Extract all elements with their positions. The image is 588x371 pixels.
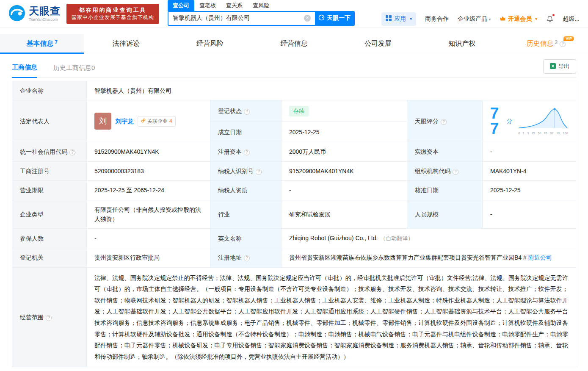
- field-value: MAK401YN-4: [490, 168, 527, 174]
- logo-subtitle: TianYanCha.com: [29, 18, 61, 22]
- field-label: 登记机关: [20, 254, 44, 261]
- export-button[interactable]: 导出: [543, 59, 576, 74]
- nearby-companies-link[interactable]: 附近公司: [528, 254, 552, 261]
- field-label: 英文名称: [218, 235, 242, 242]
- apps-grid-icon: [386, 15, 392, 22]
- search-button[interactable]: 天眼一下: [315, 12, 354, 25]
- super-vip-menu[interactable]: 超级...: [563, 15, 580, 23]
- tab-operating-risk[interactable]: 经营风险: [168, 34, 252, 54]
- field-value: -: [490, 148, 492, 155]
- legal-rep-name-link[interactable]: 刘宇龙: [116, 116, 133, 126]
- help-icon[interactable]: ?: [244, 255, 250, 261]
- notification-bell-icon[interactable]: [546, 15, 554, 23]
- field-label: 经营范围: [20, 314, 44, 321]
- sub-tab-row: 工商信息 历史工商信息0 导出: [12, 54, 576, 78]
- tianyan-score[interactable]: 77分 0131550859799100: [490, 105, 568, 137]
- table-row: 统一社会信用代码? 91520900MAK401YN4K 注册资本? 2000万…: [12, 142, 576, 161]
- field-label: 企业名称: [20, 87, 44, 94]
- field-label: 组织机构代码: [415, 168, 450, 174]
- score-axis: 0131550859799100: [518, 131, 568, 136]
- related-companies-badge[interactable]: 关联企业 4: [138, 116, 176, 127]
- field-value: -: [490, 211, 492, 218]
- table-row: 登记机关 贵州贵安新区行政审批局 注册地址? 贵州省贵安新区湖潮苗族布依族乡东数…: [12, 248, 576, 267]
- tab-intellectual-property[interactable]: 知识产权: [420, 34, 504, 54]
- table-row: 企业类型 有限责任公司（非自然人投资或控股的法人独资） 行业 研究和试验发展 人…: [12, 200, 576, 229]
- promo-line2: 国家中小企业发展子基金旗下机构: [72, 14, 154, 21]
- search-input[interactable]: [168, 15, 304, 22]
- tab-count: 7: [55, 39, 58, 45]
- help-icon[interactable]: ?: [69, 150, 75, 155]
- search-tab-relation[interactable]: 查关系: [221, 0, 248, 11]
- business-cooperation-link[interactable]: 商务合作: [425, 15, 449, 23]
- field-label: 注册地址: [218, 254, 242, 261]
- open-vip-menu[interactable]: 开通会员 ▾: [500, 15, 537, 23]
- field-value: 贵州贵安新区行政审批局: [94, 254, 160, 261]
- table-row: 工商注册号 520900000323183 纳税人识别号? 91520900MA…: [12, 161, 576, 180]
- help-icon[interactable]: ?: [441, 119, 447, 125]
- field-value: 有限责任公司（非自然人投资或控股的法人独资）: [94, 206, 201, 222]
- tab-legal-proceedings[interactable]: 法律诉讼: [84, 34, 168, 54]
- chevron-down-icon: ▾: [410, 17, 412, 21]
- tab-company-development[interactable]: 公司发展: [336, 34, 420, 54]
- field-label: 行业: [218, 211, 230, 218]
- field-label: 参保人数: [20, 235, 44, 242]
- search-box: × 天眼一下: [168, 11, 355, 26]
- tianyancha-logo-icon: [8, 5, 25, 23]
- help-icon[interactable]: ?: [244, 150, 250, 155]
- status-badge: 存续: [289, 106, 309, 116]
- search-area: 查公司 查老板 查关系 查风险 × 天眼一下: [168, 0, 355, 28]
- field-label: 法定代表人: [20, 118, 50, 125]
- tab-operating-info[interactable]: 经营信息: [252, 34, 336, 54]
- header-right-menu: 应用 ▾ 商务合作 企业级产品▾ 开通会员 ▾: [381, 2, 580, 26]
- company-nav-tabs: 基本信息 7 法律诉讼 经营风险 经营信息 公司发展 知识产权 历史信息 3 ?…: [0, 34, 588, 54]
- help-icon[interactable]: ?: [46, 315, 52, 321]
- field-label: 天眼评分: [415, 118, 439, 125]
- field-label: 纳税人识别号: [218, 168, 254, 174]
- top-bar: 天眼查 TianYanCha.com 都在用的商业查询工具 国家中小企业发展子基…: [0, 0, 588, 28]
- clear-search-icon[interactable]: ×: [304, 15, 311, 22]
- help-icon[interactable]: ?: [244, 109, 250, 115]
- table-row: 营业期限 2025-12-25 至 2065-12-24 纳税人资质 - 核准日…: [12, 181, 576, 200]
- tab-basic-info[interactable]: 基本信息 7: [0, 34, 84, 54]
- table-row: 企业名称 智擎机器人（贵州）有限公司: [12, 81, 576, 100]
- score-unit: 分: [507, 117, 512, 126]
- search-tab-risk[interactable]: 查风险: [248, 0, 274, 11]
- company-name-value: 智擎机器人（贵州）有限公司: [94, 87, 171, 94]
- tianyancha-logo[interactable]: 天眼查 TianYanCha.com: [8, 5, 61, 23]
- auto-translate-note: （自动翻译）: [380, 235, 413, 241]
- enterprise-products-menu[interactable]: 企业级产品▾: [458, 15, 491, 23]
- table-row: 法定代表人 刘 刘宇龙 关联企业: [12, 100, 576, 122]
- excel-icon: [550, 63, 556, 70]
- table-row: 经营范围? 法律、法规、国务院决定规定禁止的不得经营；法律、法规、国务院决定规定…: [12, 267, 576, 367]
- score-distribution-chart: 0131550859799100: [518, 106, 568, 136]
- crown-icon: [500, 16, 506, 22]
- business-scope-value: 法律、法规、国务院决定规定禁止的不得经营；法律、法规、国务院决定规定应当许可（审…: [94, 272, 568, 363]
- field-value: 2025-12-25: [490, 187, 521, 194]
- search-tab-boss[interactable]: 查老板: [194, 0, 221, 11]
- page: 天眼查 TianYanCha.com 都在用的商业查询工具 国家中小企业发展子基…: [0, 0, 588, 371]
- table-row: 参保人数 - 英文名称 Zhiqing Robot (Guizhou) Co.,…: [12, 229, 576, 248]
- tab-history-info[interactable]: 历史信息 3 ? VIP: [504, 34, 588, 54]
- help-icon[interactable]: ?: [256, 169, 262, 175]
- search-tab-company[interactable]: 查公司: [168, 0, 194, 11]
- apps-menu[interactable]: 应用 ▾: [381, 12, 416, 26]
- field-label: 人员规模: [415, 211, 439, 218]
- field-label: 营业期限: [20, 187, 44, 194]
- notification-dot: [552, 14, 555, 16]
- main-content: 工商信息 历史工商信息0 导出 企业名称: [0, 54, 588, 371]
- search-button-icon: [318, 14, 325, 22]
- field-label: 登记状态: [218, 108, 242, 114]
- field-label: 纳税人资质: [218, 187, 248, 194]
- search-tabs: 查公司 查老板 查关系 查风险: [168, 0, 355, 11]
- subtab-history-registration[interactable]: 历史工商信息0: [53, 64, 95, 78]
- field-value: 2025-12-25 至 2065-12-24: [94, 187, 164, 194]
- legal-rep-avatar[interactable]: 刘: [94, 113, 111, 130]
- logo-title: 天眼查: [29, 6, 61, 17]
- field-label: 工商注册号: [20, 168, 50, 174]
- field-value: 研究和试验发展: [289, 211, 331, 218]
- subtab-business-registration[interactable]: 工商信息: [12, 64, 37, 78]
- field-label: 核准日期: [415, 187, 439, 194]
- chevron-down-icon: ▾: [535, 17, 537, 21]
- help-icon[interactable]: ?: [453, 169, 458, 175]
- help-icon[interactable]: ?: [560, 41, 566, 47]
